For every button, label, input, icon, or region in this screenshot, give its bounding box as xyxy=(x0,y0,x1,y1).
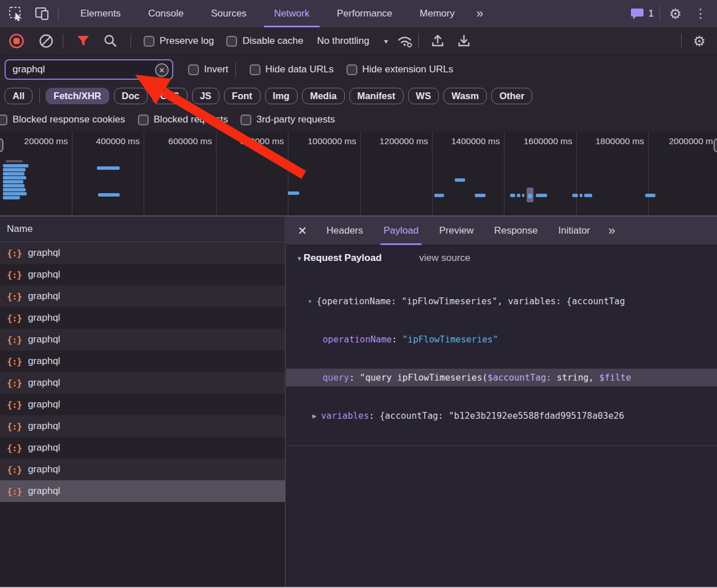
inspect-element-icon[interactable] xyxy=(8,6,24,22)
expand-triangle-icon[interactable]: ▶ xyxy=(312,412,316,420)
filter-funnel-icon[interactable] xyxy=(75,32,92,50)
tab-response[interactable]: Response xyxy=(484,217,548,245)
clear-filter-icon[interactable]: ✕ xyxy=(155,63,169,77)
checkbox[interactable] xyxy=(226,36,237,47)
filter-text-input[interactable]: graphql ✕ xyxy=(5,59,173,80)
json-file-icon: {:} xyxy=(7,443,22,454)
timeline-left-grip[interactable] xyxy=(0,138,3,152)
preserve-log-label: Preserve log xyxy=(160,35,214,47)
request-row-selected[interactable]: {:}graphql xyxy=(0,480,285,502)
close-panel-icon[interactable]: ✕ xyxy=(286,224,316,238)
name-column-header[interactable]: Name xyxy=(0,216,285,242)
payload-row-variables[interactable]: ▶ variables: {accountTag: "b12e3b2192ee5… xyxy=(286,407,717,424)
chip-fetch-xhr[interactable]: Fetch/XHR xyxy=(46,88,109,104)
checkbox[interactable] xyxy=(241,115,251,125)
payload-row-query-selected[interactable]: query: "query ipFlowTimeseries($accountT… xyxy=(286,369,717,386)
chip-other[interactable]: Other xyxy=(491,88,532,104)
tab-performance[interactable]: Performance xyxy=(323,0,406,27)
blocked-cookies-label: Blocked response cookies xyxy=(13,114,125,125)
preserve-log-checkbox[interactable]: Preserve log xyxy=(144,35,214,47)
waterfall-bar xyxy=(3,164,28,168)
chevron-down-icon: ▾ xyxy=(384,37,388,46)
chip-manifest[interactable]: Manifest xyxy=(349,88,404,104)
checkbox[interactable] xyxy=(144,36,154,47)
tab-network[interactable]: Network xyxy=(260,0,323,27)
network-settings-gear-icon[interactable]: ⚙ xyxy=(690,31,709,51)
record-stop-icon[interactable] xyxy=(8,32,25,50)
third-party-checkbox[interactable]: 3rd-party requests xyxy=(241,114,335,125)
hide-data-urls-checkbox[interactable]: Hide data URLs xyxy=(250,64,334,75)
request-row[interactable]: {:}graphql xyxy=(0,394,285,415)
more-detail-tabs-icon[interactable]: » xyxy=(600,223,622,238)
chip-css[interactable]: CSS xyxy=(152,88,188,104)
request-name: graphql xyxy=(28,420,60,432)
kebab-menu-icon[interactable]: ⋮ xyxy=(691,4,710,23)
tab-payload[interactable]: Payload xyxy=(373,217,429,245)
request-payload-title: Request Payload xyxy=(304,252,382,264)
tab-headers[interactable]: Headers xyxy=(316,217,373,245)
tab-sources[interactable]: Sources xyxy=(197,0,260,27)
search-icon[interactable] xyxy=(102,32,119,50)
tab-initiator[interactable]: Initiator xyxy=(548,217,601,245)
blocked-requests-checkbox[interactable]: Blocked requests xyxy=(138,114,228,125)
tab-memory[interactable]: Memory xyxy=(406,0,468,27)
settings-gear-icon[interactable]: ⚙ xyxy=(666,4,685,23)
payload-string-value: "ipFlowTimeseries" xyxy=(402,334,498,345)
chip-media[interactable]: Media xyxy=(302,88,345,104)
checkbox[interactable] xyxy=(347,64,357,75)
chip-doc[interactable]: Doc xyxy=(114,88,148,104)
view-source-link[interactable]: view source xyxy=(419,252,471,264)
issues-counter[interactable]: 1 xyxy=(631,7,654,20)
network-conditions-icon[interactable] xyxy=(397,32,414,50)
more-tabs-icon[interactable]: » xyxy=(469,6,490,21)
request-row[interactable]: {:}graphql xyxy=(0,307,285,329)
invert-checkbox[interactable]: Invert xyxy=(188,64,229,75)
payload-root-row[interactable]: ▾ {operationName: "ipFlowTimeseries", va… xyxy=(286,292,717,310)
collapse-triangle-icon[interactable]: ▾ xyxy=(308,297,312,305)
waterfall-bar xyxy=(288,191,299,195)
checkbox[interactable] xyxy=(0,115,7,125)
request-row[interactable]: {:}graphql xyxy=(0,264,285,285)
hide-extension-urls-checkbox[interactable]: Hide extension URLs xyxy=(347,64,454,75)
request-name: graphql xyxy=(28,464,60,475)
json-file-icon: {:} xyxy=(7,464,22,475)
disable-cache-checkbox[interactable]: Disable cache xyxy=(226,35,303,47)
request-row[interactable]: {:}graphql xyxy=(0,372,285,394)
device-toolbar-icon[interactable] xyxy=(34,6,50,22)
timeline-right-grip[interactable] xyxy=(714,138,717,152)
checkbox[interactable] xyxy=(138,115,149,125)
chip-img[interactable]: Img xyxy=(265,88,298,104)
throttling-select[interactable]: No throttling ▾ xyxy=(317,35,388,47)
waterfall-bar xyxy=(580,194,582,197)
tab-console[interactable]: Console xyxy=(135,0,197,27)
export-har-icon[interactable] xyxy=(455,32,472,50)
request-name: graphql xyxy=(28,485,60,497)
request-row[interactable]: {:}graphql xyxy=(0,350,285,372)
chip-ws[interactable]: WS xyxy=(408,88,439,104)
json-file-icon: {:} xyxy=(7,248,22,259)
collapse-triangle-icon[interactable]: ▾ xyxy=(298,254,302,263)
import-har-icon[interactable] xyxy=(429,32,446,50)
request-row[interactable]: {:}graphql xyxy=(0,329,285,350)
payload-key: query xyxy=(323,373,349,383)
chip-js[interactable]: JS xyxy=(192,88,219,104)
clear-network-log-icon[interactable] xyxy=(38,32,55,50)
blocked-cookies-checkbox[interactable]: Blocked response cookies xyxy=(0,114,125,125)
request-row[interactable]: {:}graphql xyxy=(0,415,285,437)
network-overview-timeline[interactable]: 200000 ms 400000 ms 600000 ms 800000 ms … xyxy=(0,132,717,216)
chip-wasm[interactable]: Wasm xyxy=(443,88,487,104)
checkbox[interactable] xyxy=(250,64,260,75)
request-row[interactable]: {:}graphql xyxy=(0,285,285,307)
payload-value-part: "query ipFlowTimeseries( xyxy=(360,373,487,383)
tab-preview[interactable]: Preview xyxy=(429,217,483,245)
request-name: graphql xyxy=(28,399,60,410)
request-row[interactable]: {:}graphql xyxy=(0,459,285,480)
checkbox[interactable] xyxy=(188,64,199,75)
payload-row-operationname[interactable]: operationName: "ipFlowTimeseries" xyxy=(286,330,717,348)
timeline-tick: 1000000 ms xyxy=(308,136,356,146)
tab-elements[interactable]: Elements xyxy=(67,0,135,27)
request-row[interactable]: {:}graphql xyxy=(0,242,285,264)
chip-all[interactable]: All xyxy=(5,88,32,104)
request-row[interactable]: {:}graphql xyxy=(0,437,285,459)
chip-font[interactable]: Font xyxy=(224,88,260,104)
